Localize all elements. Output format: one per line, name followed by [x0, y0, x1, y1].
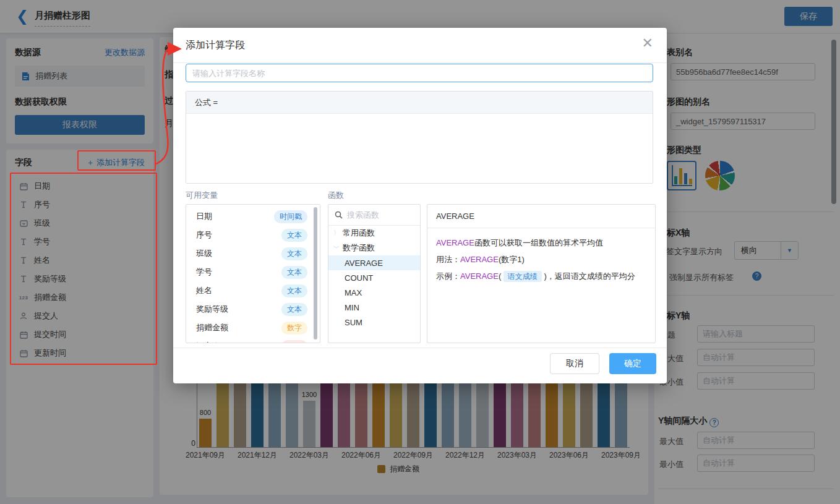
dialog-title: 添加计算字段 — [186, 39, 245, 52]
function-usage: 用法：AVERAGE(数字1) — [436, 251, 646, 268]
variable-type-tag: 文本 — [281, 229, 307, 242]
functions-label: 函数 — [328, 190, 344, 201]
chevron-down-icon: ﹀ — [333, 244, 340, 252]
variable-item[interactable]: 日期时间戳 — [186, 207, 320, 226]
function-item[interactable]: MIN — [328, 300, 420, 315]
function-group-label: 数学函数 — [343, 242, 375, 254]
add-calc-field-dialog: 添加计算字段 ✕ 公式 = 可用变量 日期时间戳序号文本班级文本学号文本姓名文本… — [173, 28, 667, 383]
variable-type-tag: 文本 — [281, 284, 307, 297]
variable-name: 提交人 — [196, 341, 220, 343]
search-icon — [335, 211, 343, 219]
function-group-label: 常用函数 — [343, 228, 375, 239]
variable-name: 班级 — [196, 248, 212, 259]
variable-item[interactable]: 班级文本 — [186, 244, 320, 263]
formula-label: 公式 = — [186, 92, 653, 114]
formula-editor[interactable]: 公式 = — [186, 91, 653, 184]
calc-field-name-input[interactable] — [186, 64, 653, 82]
chevron-right-icon: 〉 — [333, 229, 340, 237]
variables-scrollbar[interactable] — [314, 207, 317, 340]
function-item[interactable]: SUM — [328, 315, 420, 330]
variable-name: 奖励等级 — [196, 304, 228, 315]
function-item[interactable]: COUNT — [328, 270, 420, 285]
function-detail-panel: AVERAGE AVERAGE函数可以获取一组数值的算术平均值 用法：AVERA… — [427, 204, 656, 343]
variable-item[interactable]: 奖励等级文本 — [186, 300, 320, 318]
function-search-placeholder: 搜索函数 — [347, 210, 379, 221]
cancel-button[interactable]: 取消 — [550, 353, 599, 374]
variable-item[interactable]: 序号文本 — [186, 226, 320, 244]
variable-item[interactable]: 学号文本 — [186, 263, 320, 281]
function-group[interactable]: 〉常用函数 — [328, 226, 420, 241]
variable-type-tag: 数字 — [281, 322, 307, 335]
confirm-button[interactable]: 确定 — [609, 353, 656, 374]
variables-list: 日期时间戳序号文本班级文本学号文本姓名文本奖励等级文本捐赠金额数字提交人成员 — [186, 204, 320, 343]
variable-item[interactable]: 捐赠金额数字 — [186, 318, 320, 337]
variable-type-tag: 时间戳 — [274, 210, 307, 223]
function-description: AVERAGE函数可以获取一组数值的算术平均值 — [436, 234, 646, 251]
variable-name: 日期 — [196, 211, 212, 222]
function-tree: 搜索函数 〉常用函数﹀数学函数AVERAGECOUNTMAXMINSUM — [328, 204, 421, 343]
variable-type-tag: 文本 — [281, 247, 307, 260]
dialog-header: 添加计算字段 ✕ — [173, 28, 667, 63]
variable-item[interactable]: 姓名文本 — [186, 281, 320, 300]
variable-type-tag: 成员 — [281, 340, 307, 344]
variable-item[interactable]: 提交人成员 — [186, 337, 320, 343]
close-icon[interactable]: ✕ — [642, 36, 653, 50]
variable-type-tag: 文本 — [281, 303, 307, 316]
variable-name: 学号 — [196, 267, 212, 278]
function-detail-title: AVERAGE — [427, 205, 655, 228]
function-group[interactable]: ﹀数学函数 — [328, 241, 420, 255]
variable-name: 捐赠金额 — [196, 322, 228, 333]
dialog-footer: 取消 确定 — [173, 348, 667, 383]
variable-type-tag: 文本 — [281, 266, 307, 279]
function-item[interactable]: AVERAGE — [328, 255, 420, 270]
example-field-chip: 语文成绩 — [504, 271, 542, 282]
function-example: 示例：AVERAGE( 语文成绩 )，返回语文成绩的平均分 — [436, 268, 646, 285]
variable-name: 姓名 — [196, 285, 212, 296]
variables-label: 可用变量 — [186, 190, 218, 201]
function-search[interactable]: 搜索函数 — [328, 205, 420, 226]
variable-name: 序号 — [196, 229, 212, 241]
function-item[interactable]: MAX — [328, 285, 420, 300]
